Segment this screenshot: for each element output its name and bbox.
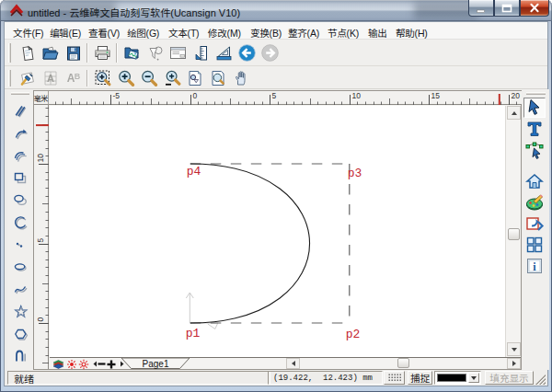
vertical-ruler-ticks: 0510 bbox=[34, 105, 49, 369]
toolbar-top-grip[interactable] bbox=[8, 43, 11, 63]
minimize-button[interactable] bbox=[468, 0, 494, 17]
maximize-icon bbox=[501, 3, 512, 14]
point-label-p3: p3 bbox=[348, 167, 362, 180]
measure-button[interactable] bbox=[190, 42, 212, 63]
spline-tool[interactable] bbox=[10, 280, 30, 299]
point-tool[interactable] bbox=[10, 235, 30, 254]
layers-icon bbox=[52, 359, 64, 369]
polygon-tool[interactable] bbox=[10, 324, 30, 343]
bottom-bar: Page1 bbox=[50, 357, 521, 369]
grid-toggle-button[interactable] bbox=[384, 371, 405, 385]
right-tool-palette: i bbox=[523, 89, 549, 370]
draw-tools-tool[interactable] bbox=[523, 192, 546, 213]
spline-icon bbox=[12, 281, 29, 297]
zoom-window-button[interactable] bbox=[92, 67, 113, 88]
select-tool[interactable] bbox=[523, 98, 546, 118]
horizontal-scroll-thumb[interactable] bbox=[397, 358, 409, 368]
text-tool[interactable] bbox=[523, 119, 546, 139]
object-info-tool[interactable]: i bbox=[523, 256, 546, 276]
application-window: untitled - 云维碑文自动刻写软件(Ucansign V10) 文件(F… bbox=[0, 0, 552, 392]
save-icon bbox=[64, 44, 83, 63]
svg-text:20: 20 bbox=[512, 91, 521, 100]
undo-button[interactable] bbox=[236, 42, 258, 63]
node-edit-tool[interactable] bbox=[523, 140, 546, 160]
close-button[interactable] bbox=[520, 0, 549, 17]
toolbar-view: AAB bbox=[5, 66, 547, 89]
open-button[interactable] bbox=[40, 42, 61, 63]
pen-color-combo[interactable] bbox=[434, 371, 481, 385]
close-icon bbox=[529, 3, 540, 13]
vertical-scroll-thumb[interactable] bbox=[508, 228, 520, 240]
rectangle-tool[interactable] bbox=[10, 168, 30, 188]
title-bar[interactable]: untitled - 云维碑文自动刻写软件(Ucansign V10) bbox=[0, 0, 552, 21]
line-icon bbox=[12, 103, 29, 120]
status-ready-text: 就绪 bbox=[8, 371, 34, 386]
refresh-all-button[interactable] bbox=[77, 359, 89, 369]
save-button[interactable] bbox=[63, 42, 84, 63]
redraw-icon bbox=[66, 359, 77, 370]
zoom-objects-icon bbox=[186, 69, 204, 87]
redraw-button[interactable] bbox=[65, 359, 77, 369]
multi-arc-tool[interactable] bbox=[10, 145, 30, 165]
zoom-page-button[interactable] bbox=[207, 67, 228, 88]
drawing-canvas[interactable]: p1p2p3p4 bbox=[50, 106, 505, 357]
import-image-button[interactable] bbox=[121, 42, 143, 63]
arc-tool[interactable] bbox=[10, 213, 30, 232]
pen-color-dropdown[interactable] bbox=[468, 373, 479, 383]
path-text-tool[interactable] bbox=[10, 346, 30, 365]
layers-button[interactable] bbox=[52, 359, 64, 369]
oval-tool[interactable] bbox=[10, 257, 30, 276]
protractor-button[interactable] bbox=[213, 42, 235, 63]
zoom-in-button[interactable] bbox=[115, 67, 136, 88]
polyline-tool[interactable] bbox=[10, 123, 30, 143]
point-label-p2: p2 bbox=[346, 328, 361, 341]
zoom-dynamic-button[interactable] bbox=[161, 67, 182, 88]
right-palette-grip[interactable] bbox=[526, 92, 546, 95]
multi-arc-icon bbox=[12, 147, 29, 164]
zoom-out-button[interactable] bbox=[138, 67, 159, 88]
star-icon bbox=[12, 303, 29, 319]
pan-button[interactable] bbox=[230, 67, 251, 88]
bezier-curve bbox=[190, 164, 310, 323]
snap-toggle-button[interactable]: 捕捉 bbox=[408, 371, 432, 385]
scroll-left-button[interactable] bbox=[286, 358, 300, 369]
canvas-frame: 毫米 -505101520 0510 p1p2p3p4 Page1 bbox=[33, 90, 522, 370]
line-tool[interactable] bbox=[10, 101, 30, 121]
new-button[interactable] bbox=[17, 42, 38, 63]
tile-tool[interactable] bbox=[523, 235, 546, 255]
new-icon bbox=[18, 44, 37, 63]
scroll-down-icon bbox=[512, 348, 517, 352]
scroll-down-button[interactable] bbox=[507, 342, 521, 356]
trace-button[interactable] bbox=[144, 42, 166, 63]
vertical-scrollbar[interactable] bbox=[505, 106, 521, 357]
page-tab[interactable]: Page1 bbox=[121, 359, 190, 369]
print-button[interactable] bbox=[92, 42, 113, 63]
window-title: untitled - 云维碑文自动刻写软件(Ucansign V10) bbox=[28, 5, 240, 19]
scroll-right-button[interactable] bbox=[507, 358, 521, 369]
scroll-up-button[interactable] bbox=[507, 106, 521, 120]
protractor-icon bbox=[214, 44, 234, 63]
brush-button[interactable] bbox=[17, 67, 38, 88]
page-setup-tool[interactable] bbox=[523, 171, 546, 191]
import-image-icon bbox=[122, 44, 142, 63]
options-dialog-button[interactable] bbox=[167, 42, 189, 63]
left-palette-grip[interactable] bbox=[11, 92, 29, 95]
app-icon[interactable] bbox=[9, 4, 24, 17]
grid-text-button[interactable]: A bbox=[40, 67, 61, 88]
kerning-button[interactable]: AB bbox=[63, 67, 84, 88]
toolbar-view-grip[interactable] bbox=[8, 70, 11, 86]
ellipse-tool[interactable] bbox=[10, 190, 30, 210]
zoom-objects-button[interactable] bbox=[184, 67, 205, 88]
page-setup-icon bbox=[524, 171, 545, 191]
export-tool[interactable] bbox=[523, 213, 546, 234]
star-tool[interactable] bbox=[10, 302, 30, 321]
print-icon bbox=[93, 44, 112, 62]
toolbar-standard bbox=[5, 40, 547, 66]
redo-button[interactable] bbox=[259, 42, 281, 63]
resize-grip[interactable] bbox=[533, 375, 546, 385]
toolbar-separator bbox=[86, 43, 88, 63]
maximize-button[interactable] bbox=[494, 0, 520, 17]
toolbar-separator bbox=[86, 70, 88, 86]
fill-display-button[interactable]: 填充显示 bbox=[485, 371, 534, 385]
object-info-icon: i bbox=[524, 256, 545, 276]
